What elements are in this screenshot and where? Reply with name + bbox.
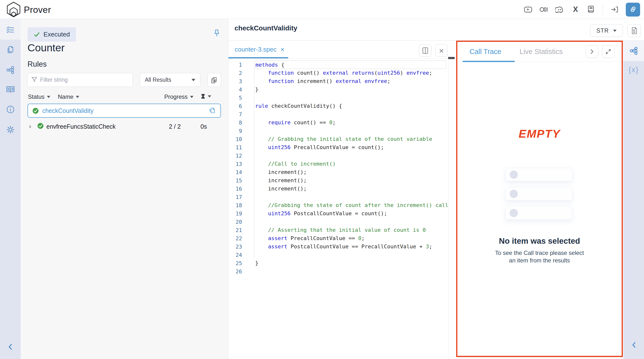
right-rail-share-icon[interactable] (623, 41, 644, 61)
column-header-duration[interactable] (201, 93, 211, 99)
code-line[interactable]: 4} (228, 85, 448, 94)
code-text: increment(); (254, 176, 448, 185)
code-text: //Grabbing the state of count after the … (254, 201, 448, 209)
expand-icon (605, 48, 612, 55)
code-line[interactable]: 21 // Asserting that the initial value o… (228, 226, 448, 234)
code-text (254, 193, 448, 201)
expand-panel-button[interactable] (602, 45, 614, 58)
progress-column-label: Progress (164, 93, 188, 100)
binary-file-icon: 0110 (631, 27, 638, 35)
code-line[interactable]: 16 increment(); (228, 185, 448, 193)
close-editor-button[interactable]: × (435, 44, 448, 57)
code-line[interactable]: 24 (228, 251, 448, 259)
column-header-progress[interactable]: Progress (164, 93, 194, 100)
str-dropdown[interactable]: STR (590, 24, 623, 37)
code-line[interactable]: 15 increment(); (228, 176, 448, 185)
code-line[interactable]: 7 (228, 110, 448, 118)
code-line[interactable]: 22 assert PrecallCountValue == 0; (228, 234, 448, 242)
tab-counter-3-spec[interactable]: counter-3.spec × (235, 46, 284, 53)
rules-list-icon[interactable] (0, 23, 21, 37)
code-line[interactable]: 6rule checkCountValidity() { (228, 102, 448, 110)
line-number: 9 (228, 128, 246, 134)
app-window: Prover X (0, 0, 644, 359)
rule-row[interactable]: › envfreeFuncsStaticCheck 2 / 2 0s (28, 121, 221, 133)
code-line[interactable]: 3 function increment() external envfree; (228, 77, 448, 85)
x-icon[interactable]: X (571, 5, 580, 14)
code-line[interactable]: 9 (228, 127, 448, 135)
rules-section-title: Rules (28, 60, 47, 69)
line-number: 13 (228, 161, 246, 167)
files-icon[interactable] (0, 43, 21, 57)
info-icon[interactable] (0, 102, 21, 117)
code-line[interactable]: 1methods { (228, 61, 448, 69)
editor-scrollbar-thumb[interactable] (448, 57, 455, 59)
rule-progress: 2 / 2 (169, 123, 181, 130)
report-doc-icon[interactable] (208, 107, 216, 115)
code-text: //Call to increment() (254, 160, 448, 168)
active-tab-indicator (463, 61, 515, 62)
job-title: Counter (28, 42, 65, 54)
code-line[interactable]: 23 assert PostcallCountValue == PrecallC… (228, 242, 448, 251)
code-text: uint256 PostcallCountValue = count(); (254, 209, 448, 218)
line-number: 1 (228, 62, 246, 68)
code-text: assert PostcallCountValue == PrecallCoun… (254, 242, 448, 251)
right-rail: {x} (623, 61, 644, 359)
share-icon[interactable] (0, 63, 21, 77)
indent-guide (254, 69, 254, 258)
tab-close-icon[interactable]: × (280, 46, 284, 53)
discord-icon[interactable] (555, 5, 564, 14)
code-text: // Grabbing the initial state of the cou… (254, 135, 448, 143)
line-number: 12 (228, 153, 246, 159)
column-header-name[interactable]: Name (58, 93, 79, 100)
code-line[interactable]: 14 increment(); (228, 168, 448, 176)
contracts-book-icon[interactable] (0, 82, 21, 97)
share-report-button[interactable] (626, 3, 640, 17)
line-number: 8 (228, 120, 246, 126)
code-text: function count() external returns(uint25… (254, 69, 448, 77)
code-line[interactable]: 8 require count() == 0; (228, 118, 448, 127)
rule-name: checkCountValidity (42, 107, 208, 114)
results-filter-select[interactable]: All Results (140, 73, 200, 87)
code-line[interactable]: 10 // Grabbing the initial state of the … (228, 135, 448, 143)
code-text (254, 267, 448, 276)
line-number: 5 (228, 95, 246, 101)
collapse-left-panel-icon[interactable] (6, 342, 15, 352)
column-header-status[interactable]: Status (28, 93, 50, 100)
tab-call-trace[interactable]: Call Trace (470, 48, 501, 56)
check-icon (34, 31, 40, 38)
youtube-icon[interactable] (524, 5, 532, 14)
code-line[interactable]: 20 (228, 218, 448, 226)
code-line[interactable]: 19 uint256 PostcallCountValue = count(); (228, 209, 448, 218)
code-line[interactable]: 2 function count() external returns(uint… (228, 69, 448, 77)
code-line[interactable]: 17 (228, 193, 448, 201)
line-number: 6 (228, 103, 246, 109)
sign-in-icon[interactable] (610, 5, 619, 14)
code-line[interactable]: 12 (228, 152, 448, 160)
code-line[interactable]: 11 uint256 PrecallCountValue = count(); (228, 143, 448, 152)
collapse-panel-button[interactable] (586, 45, 598, 58)
split-view-button[interactable] (419, 44, 431, 57)
code-line[interactable]: 18 //Grabbing the state of count after t… (228, 201, 448, 209)
line-number: 21 (228, 227, 246, 233)
binary-file-button[interactable]: 0110 (628, 24, 641, 37)
code-line[interactable]: 26 (228, 267, 448, 276)
filter-input[interactable] (40, 77, 129, 83)
pin-icon[interactable] (212, 28, 222, 38)
docs-icon[interactable] (587, 5, 596, 14)
code-line[interactable]: 5 (228, 94, 448, 102)
sort-caret-icon (208, 95, 211, 98)
code-line[interactable]: 13 //Call to increment() (228, 160, 448, 168)
settings-icon[interactable] (0, 122, 21, 137)
code-editor[interactable]: 1methods {2 function count() external re… (228, 59, 448, 359)
expand-chevron-icon[interactable]: › (29, 122, 31, 130)
duplicate-filter-button[interactable] (207, 73, 221, 87)
collapse-right-panel-icon[interactable] (630, 341, 638, 350)
medium-icon[interactable] (540, 5, 548, 14)
variables-icon[interactable]: {x} (623, 66, 644, 74)
rules-filter (28, 73, 133, 87)
skeleton-list (505, 168, 574, 225)
tab-live-statistics[interactable]: Live Statistics (520, 48, 562, 56)
rule-row-selected[interactable]: checkCountValidity (28, 104, 221, 118)
code-line[interactable]: 25} (228, 259, 448, 267)
brand-logo[interactable]: Prover (6, 2, 51, 18)
